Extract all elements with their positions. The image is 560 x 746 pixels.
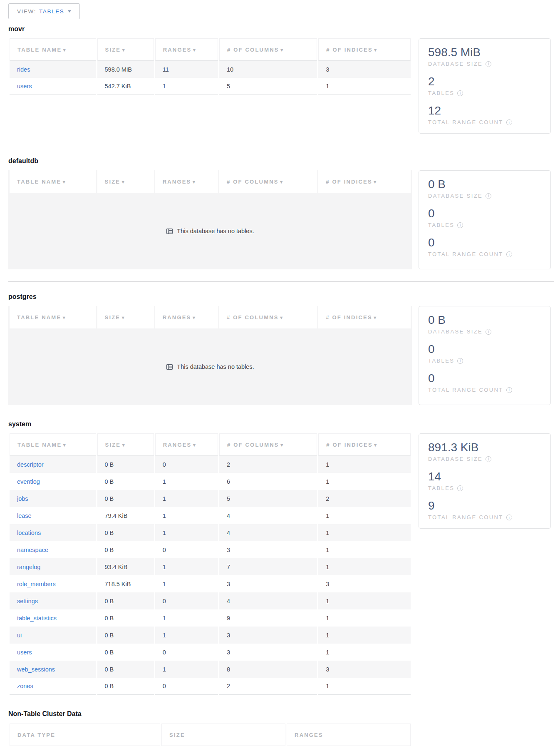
column-header-size[interactable]: SIZE▼: [97, 38, 154, 61]
sort-arrow-icon: ▼: [192, 443, 197, 448]
table-name-link[interactable]: role_members: [17, 581, 56, 587]
column-header-table-name[interactable]: TABLE NAME▼: [10, 306, 96, 328]
table-row: eventlog0 B161: [10, 473, 411, 490]
ranges-cell: 0: [155, 644, 218, 661]
table-name-link[interactable]: zones: [17, 683, 33, 689]
table-name-link[interactable]: namespace: [17, 547, 48, 553]
sort-arrow-icon: ▼: [62, 47, 67, 52]
database-name: postgres: [8, 293, 554, 301]
info-icon[interactable]: i: [457, 222, 463, 228]
metric-value: 12: [428, 104, 541, 118]
table-name-link[interactable]: jobs: [17, 495, 28, 502]
metric-value: 891.3 KiB: [428, 440, 541, 455]
metric-label: TOTAL RANGE COUNT: [428, 385, 503, 394]
info-icon[interactable]: i: [506, 251, 512, 257]
table-name-link[interactable]: rides: [17, 66, 30, 73]
columns-cell: 4: [219, 592, 317, 609]
table-name-cell: table_statistics: [10, 609, 96, 627]
column-header-table-name[interactable]: TABLE NAME▼: [10, 433, 96, 456]
info-icon[interactable]: i: [457, 485, 463, 491]
column-header-ranges[interactable]: RANGES▼: [155, 433, 218, 456]
indices-cell: 1: [318, 558, 411, 575]
table-row: lease79.4 KiB141: [10, 507, 411, 524]
table-name-link[interactable]: users: [17, 83, 32, 90]
size-cell: 718.5 KiB: [97, 575, 154, 592]
view-selector-label: VIEW:: [17, 8, 36, 15]
table-row: rangelog93.4 KiB171: [10, 558, 411, 575]
column-header-of-indices[interactable]: # OF INDICES▼: [318, 170, 411, 193]
table-name-link[interactable]: settings: [17, 598, 38, 604]
info-icon[interactable]: i: [486, 193, 491, 199]
table-name-link[interactable]: rangelog: [17, 564, 40, 570]
ranges-cell: 1: [155, 490, 218, 507]
table-name-link[interactable]: eventlog: [17, 478, 40, 485]
ranges-cell: 1: [155, 507, 218, 524]
info-icon[interactable]: i: [457, 90, 463, 96]
columns-cell: 6: [219, 473, 317, 490]
column-header-label: SIZE: [105, 442, 121, 448]
empty-message: This database has no tables.: [177, 363, 254, 370]
column-header-size[interactable]: SIZE▼: [97, 306, 154, 328]
metric-label: TABLES: [428, 221, 454, 229]
info-icon[interactable]: i: [457, 358, 463, 364]
database-section: system TABLE NAME▼SIZE▼RANGES▼# OF COLUM…: [8, 420, 554, 695]
table-name-link[interactable]: table_statistics: [17, 615, 57, 622]
column-header-of-columns[interactable]: # OF COLUMNS▼: [219, 170, 317, 193]
table-name-link[interactable]: descriptor: [17, 461, 44, 468]
table-header-row: TABLE NAME▼SIZE▼RANGES▼# OF COLUMNS▼# OF…: [10, 170, 411, 193]
columns-cell: 5: [219, 490, 317, 507]
column-header-size[interactable]: SIZE▼: [97, 433, 154, 456]
column-header-of-columns[interactable]: # OF COLUMNS▼: [219, 38, 317, 61]
info-icon[interactable]: i: [486, 456, 491, 462]
table-name-link[interactable]: users: [17, 649, 32, 656]
size-cell: 0 B: [97, 627, 154, 644]
database-section: defaultdb TABLE NAME▼SIZE▼RANGES▼# OF CO…: [8, 157, 554, 282]
table-name-cell: lease: [10, 507, 96, 524]
column-header-ranges[interactable]: RANGES▼: [155, 170, 218, 193]
indices-cell: 2: [318, 490, 411, 507]
column-header-of-indices[interactable]: # OF INDICES▼: [318, 433, 411, 456]
table-row: namespace0 B031: [10, 541, 411, 558]
table-name-link[interactable]: web_sessions: [17, 666, 55, 673]
view-selector-button[interactable]: VIEW: TABLES: [8, 3, 80, 19]
size-cell: 0 B: [97, 490, 154, 507]
column-header-size[interactable]: SIZE▼: [97, 170, 154, 193]
sort-arrow-icon: ▼: [279, 315, 285, 320]
column-header-label: RANGES: [163, 47, 192, 53]
info-icon[interactable]: i: [486, 61, 491, 67]
table-name-cell: eventlog: [10, 473, 96, 490]
metric-value: 0 B: [428, 177, 541, 191]
metric-tables: 0 TABLESi: [428, 342, 541, 365]
column-header-of-columns[interactable]: # OF COLUMNS▼: [219, 306, 317, 328]
database-name: system: [8, 420, 554, 428]
ranges-cell: 0: [155, 592, 218, 609]
columns-cell: 4: [219, 524, 317, 541]
column-header-of-columns[interactable]: # OF COLUMNS▼: [219, 433, 317, 456]
table-name-link[interactable]: locations: [17, 530, 41, 536]
metric-value: 0: [428, 342, 541, 356]
column-header-of-indices[interactable]: # OF INDICES▼: [318, 306, 411, 328]
info-icon[interactable]: i: [486, 329, 491, 335]
columns-cell: 3: [219, 644, 317, 661]
info-icon[interactable]: i: [506, 119, 512, 125]
table-name-link[interactable]: ui: [17, 632, 22, 639]
column-header-ranges[interactable]: RANGES▼: [155, 38, 218, 61]
table-name-cell: rangelog: [10, 558, 96, 575]
sort-arrow-icon: ▼: [280, 47, 285, 52]
database-summary-card: 598.5 MiB DATABASE SIZEi 2 TABLESi 12 TO…: [419, 38, 551, 134]
metric-total-range-count: 9 TOTAL RANGE COUNTi: [428, 499, 541, 522]
database-section: postgres TABLE NAME▼SIZE▼RANGES▼# OF COL…: [8, 293, 554, 405]
size-cell: 0 B: [97, 592, 154, 609]
metric-label: TABLES: [428, 89, 454, 97]
column-header-of-indices[interactable]: # OF INDICES▼: [318, 38, 411, 61]
info-icon[interactable]: i: [506, 387, 512, 393]
column-header-table-name[interactable]: TABLE NAME▼: [10, 38, 96, 61]
column-header-ranges[interactable]: RANGES▼: [155, 306, 218, 328]
metric-tables: 14 TABLESi: [428, 470, 541, 492]
column-header-label: RANGES: [163, 179, 191, 185]
columns-cell: 5: [219, 78, 317, 95]
table-name-link[interactable]: lease: [17, 512, 32, 519]
info-icon[interactable]: i: [506, 515, 512, 520]
column-header-table-name[interactable]: TABLE NAME▼: [10, 170, 96, 193]
database-table: TABLE NAME▼SIZE▼RANGES▼# OF COLUMNS▼# OF…: [8, 433, 412, 695]
